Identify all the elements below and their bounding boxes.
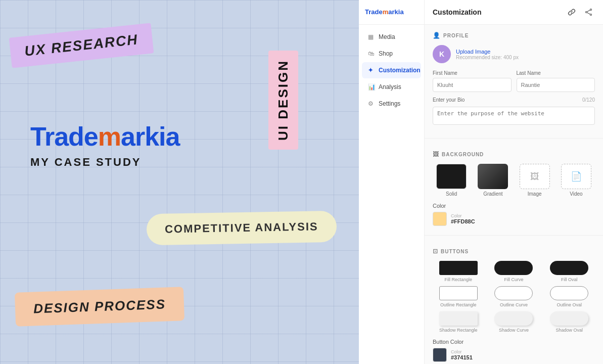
bg-option-video[interactable]: 📄 Video	[558, 164, 595, 197]
btn-label-shadow-rect: Shadow Rectangle	[439, 328, 478, 333]
btn-fill-rectangle[interactable]	[439, 261, 478, 275]
media-icon: ▦	[368, 33, 375, 40]
btn-fill-oval[interactable]	[550, 261, 588, 275]
btn-shadow-curve[interactable]	[494, 311, 533, 326]
sticker-design-process[interactable]: DESIGN PROCESS	[15, 287, 184, 327]
sidebar-label-settings: Settings	[379, 100, 400, 107]
first-name-label: First Name	[433, 70, 512, 76]
bg-label-gradient: Gradient	[483, 191, 502, 197]
btn-label-shadow-oval: Shadow Oval	[555, 328, 583, 333]
svg-line-3	[587, 10, 590, 12]
profile-icon: 👤	[433, 32, 441, 39]
btn-label-outline-curve: Outline Curve	[500, 302, 528, 307]
bio-textarea[interactable]	[433, 107, 595, 125]
avatar: K	[433, 45, 451, 63]
background-icon: 🖼	[433, 151, 439, 158]
settings-icon: ⚙	[368, 100, 375, 107]
sidebar-item-customization[interactable]: ✦ Customization	[362, 62, 421, 78]
bg-option-image[interactable]: 🖼 Image	[516, 164, 553, 197]
last-name-group: Last Name	[517, 70, 595, 92]
background-color-hex: #FFD88C	[451, 218, 475, 224]
btn-outline-rectangle[interactable]	[439, 286, 478, 300]
btn-wrap-fill-oval: Fill Oval	[543, 261, 595, 282]
sidebar-label-shop: Shop	[379, 50, 393, 57]
char-count: 0/120	[582, 97, 595, 105]
background-color-row: Color #FFD88C	[433, 212, 595, 226]
btn-wrap-fill-curve: Fill Curve	[488, 261, 540, 282]
right-panel: Trademarkia ▦ Media 🛍 Shop ✦ Customizati…	[359, 0, 603, 364]
last-name-input[interactable]	[517, 78, 595, 92]
first-name-input[interactable]	[433, 78, 512, 92]
case-study-label: MY CASE STUDY	[30, 156, 179, 169]
bg-option-gradient[interactable]: Gradient	[474, 164, 512, 197]
btn-color-label-small: Color	[451, 349, 473, 354]
btn-shadow-rectangle[interactable]	[439, 311, 478, 326]
bg-label-image: Image	[528, 191, 542, 197]
background-options: Solid Gradient 🖼 Image 📄 Video	[433, 164, 595, 197]
sidebar-item-media[interactable]: ▦ Media	[362, 29, 421, 45]
first-name-group: First Name	[433, 70, 512, 92]
sidebar-label-analysis: Analysis	[379, 83, 401, 90]
buttons-section: ⊡ BUTTONS Fill Rectangle Fill Curve Fill…	[425, 241, 603, 364]
sidebar-label-customization: Customization	[379, 67, 421, 74]
upload-image-link[interactable]: Upload Image	[456, 49, 519, 55]
profile-upload-row: K Upload Image Recommended size: 400 px	[433, 45, 595, 63]
sidebar-item-settings[interactable]: ⚙ Settings	[362, 96, 421, 112]
sidebar-brand: Trademarkia	[365, 8, 404, 16]
btn-wrap-shadow-oval: Shadow Oval	[543, 311, 595, 333]
btn-outline-curve[interactable]	[494, 286, 533, 300]
button-color-swatch[interactable]	[433, 348, 447, 362]
name-form-row: First Name Last Name	[433, 70, 595, 92]
link-icon-button[interactable]	[566, 6, 578, 18]
sidebar-item-shop[interactable]: 🛍 Shop	[362, 46, 421, 62]
btn-label-fill-curve: Fill Curve	[504, 277, 523, 282]
background-section-title: 🖼 BACKGROUND	[433, 151, 595, 158]
bg-thumb-gradient	[478, 164, 508, 189]
sidebar: Trademarkia ▦ Media 🛍 Shop ✦ Customizati…	[359, 0, 425, 364]
button-color-label-text: Button Color	[433, 339, 595, 345]
main-header: Customization	[425, 0, 603, 25]
video-thumb-icon: 📄	[571, 171, 582, 182]
button-color-hex: #374151	[451, 354, 473, 360]
bg-option-solid[interactable]: Solid	[433, 164, 470, 197]
buttons-section-title: ⊡ BUTTONS	[433, 248, 595, 255]
image-thumb-icon: 🖼	[530, 171, 539, 182]
svg-point-2	[586, 12, 587, 13]
sidebar-label-media: Media	[379, 33, 395, 40]
background-color-swatch[interactable]	[433, 212, 447, 226]
sticker-ux-research[interactable]: UX RESEARCH	[9, 23, 154, 68]
main-content: Customization	[425, 0, 603, 364]
btn-wrap-shadow-rect: Shadow Rectangle	[433, 311, 484, 333]
btn-shadow-oval[interactable]	[550, 311, 588, 326]
bg-thumb-solid	[436, 164, 467, 189]
button-color-row: Color #374151	[433, 348, 595, 362]
header-actions	[566, 6, 595, 18]
btn-fill-curve[interactable]	[494, 261, 533, 275]
btn-label-fill-oval: Fill Oval	[561, 277, 578, 282]
logo-area: Trademarkia MY CASE STUDY	[30, 121, 179, 169]
brand-logo: Trademarkia	[30, 121, 179, 152]
svg-line-4	[587, 13, 590, 14]
color-section-label: Color	[433, 203, 595, 209]
buttons-icon: ⊡	[433, 248, 438, 255]
svg-point-0	[590, 9, 592, 11]
customization-icon: ✦	[368, 67, 375, 74]
left-panel: UX RESEARCH UI DESIGN Trademarkia MY CAS…	[0, 0, 359, 364]
sticker-ui-design[interactable]: UI DESIGN	[268, 51, 298, 150]
sidebar-item-analysis[interactable]: 📊 Analysis	[362, 79, 421, 95]
btn-label-outline-rect: Outline Rectangle	[440, 302, 477, 307]
bio-label: Enter your Bio	[433, 97, 465, 103]
color-label-small: Color	[451, 213, 475, 218]
profile-section: 👤 PROFILE K Upload Image Recommended siz…	[425, 25, 603, 136]
bg-label-video: Video	[570, 191, 582, 197]
background-color-info: Color #FFD88C	[451, 213, 475, 224]
btn-label-shadow-curve: Shadow Curve	[499, 328, 529, 333]
btn-label-fill-rect: Fill Rectangle	[445, 277, 473, 282]
sticker-competitive-analysis[interactable]: COMPETITIVE ANALYSIS	[146, 211, 337, 246]
upload-recommendation: Recommended size: 400 px	[456, 55, 519, 60]
shop-icon: 🛍	[368, 50, 375, 57]
btn-outline-oval[interactable]	[550, 286, 588, 300]
bg-thumb-image: 🖼	[520, 164, 550, 189]
share-icon-button[interactable]	[583, 6, 595, 18]
btn-wrap-fill-rect: Fill Rectangle	[433, 261, 484, 282]
